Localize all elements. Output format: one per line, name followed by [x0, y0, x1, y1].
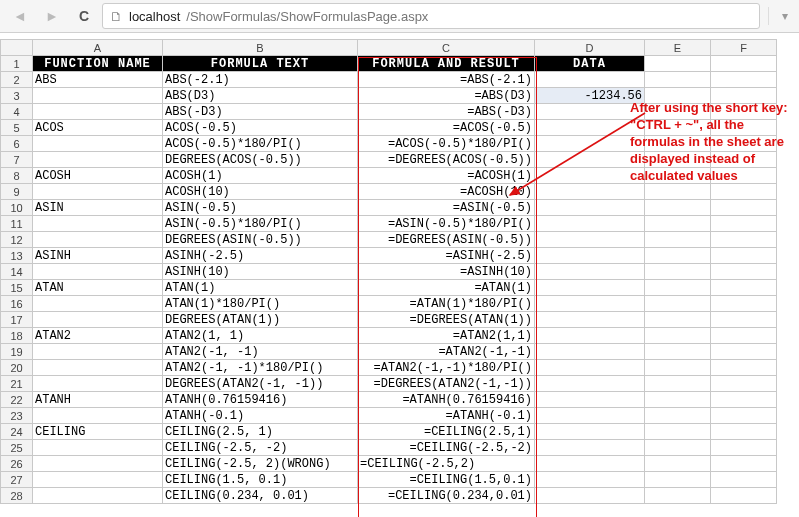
row-header[interactable]: 1: [1, 56, 33, 72]
cell[interactable]: [711, 184, 777, 200]
row-header[interactable]: 8: [1, 168, 33, 184]
cell[interactable]: ABS: [33, 72, 163, 88]
cell[interactable]: [711, 296, 777, 312]
row-header[interactable]: 25: [1, 440, 33, 456]
cell[interactable]: [711, 456, 777, 472]
cell[interactable]: [535, 360, 645, 376]
cell[interactable]: [33, 472, 163, 488]
cell[interactable]: =ATAN2(1,1): [358, 328, 535, 344]
cell[interactable]: [33, 360, 163, 376]
cell[interactable]: [711, 344, 777, 360]
cell[interactable]: =ATAN2(-1,-1)*180/PI(): [358, 360, 535, 376]
cell[interactable]: [535, 328, 645, 344]
cell[interactable]: [535, 136, 645, 152]
cell[interactable]: [535, 376, 645, 392]
row-header[interactable]: 26: [1, 456, 33, 472]
row-header[interactable]: 15: [1, 280, 33, 296]
col-header-E[interactable]: E: [645, 40, 711, 56]
row-header[interactable]: 19: [1, 344, 33, 360]
cell[interactable]: [33, 136, 163, 152]
col-header-C[interactable]: C: [358, 40, 535, 56]
menu-dropdown-icon[interactable]: ▾: [777, 9, 793, 23]
cell[interactable]: [33, 312, 163, 328]
cell[interactable]: [535, 488, 645, 504]
cell[interactable]: CEILING: [33, 424, 163, 440]
cell[interactable]: FORMULA TEXT: [163, 56, 358, 72]
cell[interactable]: [645, 248, 711, 264]
row-header[interactable]: 20: [1, 360, 33, 376]
row-header[interactable]: 9: [1, 184, 33, 200]
cell[interactable]: [645, 456, 711, 472]
cell[interactable]: =CEILING(2.5,1): [358, 424, 535, 440]
cell[interactable]: [535, 152, 645, 168]
cell[interactable]: =CEILING(0.234,0.01): [358, 488, 535, 504]
cell[interactable]: DEGREES(ACOS(-0.5)): [163, 152, 358, 168]
cell[interactable]: =CEILING(-2.5,-2): [358, 440, 535, 456]
cell[interactable]: =ASINH(10): [358, 264, 535, 280]
cell[interactable]: [711, 232, 777, 248]
cell[interactable]: ASINH(10): [163, 264, 358, 280]
cell[interactable]: [645, 200, 711, 216]
cell[interactable]: [645, 296, 711, 312]
reload-button[interactable]: C: [70, 3, 98, 29]
cell[interactable]: [711, 56, 777, 72]
cell[interactable]: FUNCTION NAME: [33, 56, 163, 72]
cell[interactable]: [711, 392, 777, 408]
cell[interactable]: [711, 216, 777, 232]
cell[interactable]: =CEILING(-2.5,2): [358, 456, 535, 472]
cell[interactable]: [711, 328, 777, 344]
cell[interactable]: DEGREES(ASIN(-0.5)): [163, 232, 358, 248]
cell[interactable]: ATAN(1)*180/PI(): [163, 296, 358, 312]
cell[interactable]: ATANH(-0.1): [163, 408, 358, 424]
cell[interactable]: ASINH(-2.5): [163, 248, 358, 264]
row-header[interactable]: 5: [1, 120, 33, 136]
cell[interactable]: [33, 264, 163, 280]
cell[interactable]: [535, 344, 645, 360]
cell[interactable]: =ATANH(0.76159416): [358, 392, 535, 408]
cell[interactable]: ASINH: [33, 248, 163, 264]
cell[interactable]: [535, 392, 645, 408]
cell[interactable]: DEGREES(ATAN(1)): [163, 312, 358, 328]
cell[interactable]: =ASIN(-0.5)*180/PI(): [358, 216, 535, 232]
row-header[interactable]: 10: [1, 200, 33, 216]
cell[interactable]: [535, 168, 645, 184]
cell[interactable]: [645, 216, 711, 232]
cell[interactable]: [535, 184, 645, 200]
row-header[interactable]: 17: [1, 312, 33, 328]
cell[interactable]: [535, 248, 645, 264]
cell[interactable]: [535, 312, 645, 328]
row-header[interactable]: 11: [1, 216, 33, 232]
row-header[interactable]: 12: [1, 232, 33, 248]
cell[interactable]: [645, 376, 711, 392]
row-header[interactable]: 6: [1, 136, 33, 152]
col-header-D[interactable]: D: [535, 40, 645, 56]
cell[interactable]: =CEILING(1.5,0.1): [358, 472, 535, 488]
cell[interactable]: [711, 280, 777, 296]
cell[interactable]: [645, 424, 711, 440]
cell[interactable]: ASIN: [33, 200, 163, 216]
cell[interactable]: =ATAN(1)*180/PI(): [358, 296, 535, 312]
cell[interactable]: [535, 200, 645, 216]
cell[interactable]: [711, 472, 777, 488]
row-header[interactable]: 27: [1, 472, 33, 488]
forward-button[interactable]: ►: [38, 3, 66, 29]
cell[interactable]: =ACOS(-0.5): [358, 120, 535, 136]
cell[interactable]: CEILING(-2.5, 2)(WRONG): [163, 456, 358, 472]
cell[interactable]: [711, 360, 777, 376]
cell[interactable]: =DEGREES(ATAN(1)): [358, 312, 535, 328]
cell[interactable]: ACOSH(1): [163, 168, 358, 184]
cell[interactable]: [33, 88, 163, 104]
cell[interactable]: [535, 296, 645, 312]
cell[interactable]: [33, 152, 163, 168]
cell[interactable]: [645, 344, 711, 360]
cell[interactable]: =ATAN2(-1,-1): [358, 344, 535, 360]
cell[interactable]: ATANH(0.76159416): [163, 392, 358, 408]
cell[interactable]: CEILING(2.5, 1): [163, 424, 358, 440]
cell[interactable]: ATAN2(-1, -1)*180/PI(): [163, 360, 358, 376]
cell[interactable]: [535, 216, 645, 232]
row-header[interactable]: 21: [1, 376, 33, 392]
col-header-A[interactable]: A: [33, 40, 163, 56]
cell[interactable]: =ASINH(-2.5): [358, 248, 535, 264]
cell[interactable]: [645, 440, 711, 456]
cell[interactable]: [535, 264, 645, 280]
